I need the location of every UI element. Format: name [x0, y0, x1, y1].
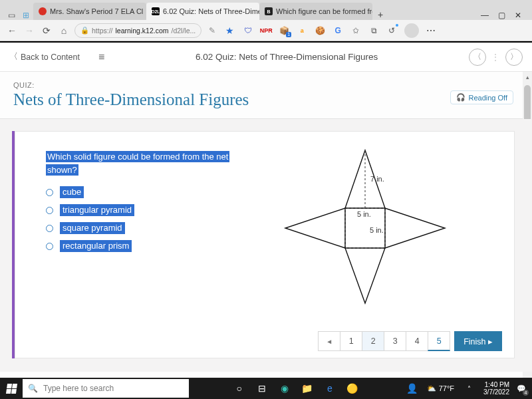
- content-title: Nets of Three-Dimensional Figures: [13, 90, 516, 109]
- task-view-icon[interactable]: ⊟: [253, 379, 271, 398]
- sync-icon[interactable]: ↺: [386, 25, 397, 36]
- browser-menu-button[interactable]: ⋯: [426, 25, 436, 36]
- option-square-pyramid[interactable]: square pyramid: [46, 222, 265, 234]
- cortana-icon[interactable]: ○: [230, 379, 249, 398]
- pager-prev-button[interactable]: ◄: [318, 331, 340, 351]
- edge-legacy-icon[interactable]: e: [321, 379, 339, 398]
- extension-amazon-icon[interactable]: a: [297, 25, 307, 36]
- next-page-button[interactable]: 〉: [505, 49, 523, 66]
- svg-text:7 in.: 7 in.: [370, 175, 384, 183]
- pager-page-3[interactable]: 3: [384, 331, 406, 351]
- edge-icon[interactable]: ◉: [275, 379, 294, 398]
- option-label: triangular pyramid: [60, 204, 134, 216]
- favicon-icon: [39, 7, 47, 15]
- svg-marker-3: [345, 248, 385, 303]
- tab-title: 6.02 Quiz: Nets of Three-Dimens: [163, 7, 259, 15]
- extension-package-icon[interactable]: 📦: [279, 25, 289, 36]
- option-label: square pyramid: [60, 222, 125, 234]
- option-label: cube: [60, 186, 84, 198]
- search-in-page-icon[interactable]: ✎: [205, 24, 219, 37]
- window-minimize-button[interactable]: —: [481, 11, 489, 20]
- profile-avatar[interactable]: [404, 23, 419, 38]
- hamburger-menu-icon[interactable]: ≡: [98, 51, 104, 63]
- refresh-button[interactable]: ⟳: [40, 24, 53, 37]
- quiz-pager: ◄ 1 2 3 4 5 Finish ▸: [318, 331, 502, 351]
- favicon-icon: B: [265, 7, 273, 15]
- search-placeholder: Type here to search: [43, 384, 114, 393]
- option-rectangular-prism[interactable]: rectangular prism: [46, 240, 265, 252]
- lock-icon: 🔒: [80, 26, 89, 35]
- quiz-card: Which solid figure could be formed from …: [15, 131, 515, 358]
- taskbar-search-input[interactable]: 🔍 Type here to search: [23, 379, 189, 398]
- extension-npr-icon[interactable]: NPR: [261, 25, 271, 36]
- tab-actions-icon[interactable]: ▭: [7, 11, 16, 20]
- tab-title: Which figure can be formed fro: [276, 7, 372, 15]
- tab-title: Mrs. Shaw's Period 7 ELA Cl: [50, 7, 143, 15]
- pager-page-2[interactable]: 2: [362, 331, 384, 351]
- favicon-icon: D2L: [152, 7, 160, 15]
- chevron-left-icon: 〈: [9, 51, 18, 63]
- back-button[interactable]: ←: [5, 24, 19, 37]
- prev-page-button[interactable]: 〈: [469, 49, 486, 66]
- favorites-button[interactable]: ✩: [350, 25, 361, 36]
- headphones-icon: 🎧: [456, 93, 466, 102]
- option-cube[interactable]: cube: [46, 186, 265, 198]
- svg-text:5 in.: 5 in.: [357, 210, 371, 218]
- search-icon: 🔍: [28, 384, 38, 393]
- vertical-tabs-icon[interactable]: ⊞: [21, 11, 31, 20]
- window-restore-button[interactable]: ▢: [498, 11, 505, 20]
- clock-time: 1:40 PM: [483, 381, 509, 388]
- notifications-icon[interactable]: 💬: [515, 382, 528, 395]
- svg-marker-4: [285, 208, 345, 248]
- extension-google-icon[interactable]: G: [332, 25, 343, 36]
- chrome-icon[interactable]: 🟡: [343, 379, 362, 398]
- page-header-title: 6.02 Quiz: Nets of Three-Dimensional Fig…: [104, 52, 469, 62]
- file-explorer-icon[interactable]: 📁: [298, 379, 317, 398]
- pager-page-4[interactable]: 4: [406, 331, 428, 351]
- collections-button[interactable]: ⧉: [368, 25, 379, 36]
- new-tab-button[interactable]: +: [372, 9, 388, 20]
- radio-button[interactable]: [46, 207, 53, 214]
- window-close-button[interactable]: ✕: [515, 11, 521, 20]
- option-triangular-pyramid[interactable]: triangular pyramid: [46, 204, 265, 216]
- favorite-star-icon[interactable]: ★: [223, 24, 236, 37]
- svg-text:5 in.: 5 in.: [370, 226, 384, 234]
- reading-label: Reading Off: [468, 94, 507, 102]
- people-icon[interactable]: 👤: [403, 379, 422, 398]
- tray-chevron-icon[interactable]: ˄: [460, 379, 478, 398]
- question-text: Which solid figure could be formed from …: [46, 150, 265, 177]
- finish-button[interactable]: Finish ▸: [454, 331, 502, 351]
- windows-logo-icon: [5, 384, 17, 394]
- url-prefix: https://: [92, 27, 113, 35]
- pager-page-5[interactable]: 5: [428, 331, 450, 351]
- content-subtitle: QUIZ:: [13, 81, 516, 89]
- forward-button[interactable]: →: [23, 24, 36, 37]
- extension-shield-icon[interactable]: 🛡: [243, 25, 253, 36]
- option-label: rectangular prism: [60, 240, 132, 252]
- browser-tab-2[interactable]: D2L 6.02 Quiz: Nets of Three-Dimens ✕: [146, 3, 259, 20]
- browser-tab-3[interactable]: B Which figure can be formed fro ✕: [259, 3, 372, 20]
- address-bar[interactable]: 🔒 https://learning.k12.com/d2l/le...: [74, 23, 201, 38]
- url-host: learning.k12.com: [116, 27, 169, 35]
- back-to-content-link[interactable]: 〈 Back to Content: [9, 51, 80, 63]
- home-button[interactable]: ⌂: [57, 24, 70, 37]
- weather-icon: ⛅: [427, 384, 436, 393]
- start-button[interactable]: [0, 378, 23, 399]
- weather-temp: 77°F: [439, 384, 454, 392]
- back-label: Back to Content: [21, 53, 80, 62]
- radio-button[interactable]: [46, 225, 53, 232]
- scroll-up-icon[interactable]: ▴: [524, 74, 531, 80]
- extension-cookie-icon[interactable]: 🍪: [315, 25, 325, 36]
- net-figure: 7 in. 5 in. 5 in.: [272, 150, 501, 303]
- weather-widget[interactable]: ⛅ 77°F: [427, 384, 454, 393]
- pager-page-1[interactable]: 1: [340, 331, 362, 351]
- reading-toggle[interactable]: 🎧 Reading Off: [450, 90, 513, 104]
- svg-marker-5: [385, 208, 445, 248]
- page-nav-dots: ⋮: [491, 53, 500, 62]
- radio-button[interactable]: [46, 189, 53, 196]
- url-path: /d2l/le...: [171, 27, 196, 35]
- browser-tab-1[interactable]: Mrs. Shaw's Period 7 ELA Cl ✕: [33, 3, 146, 20]
- clock-date: 3/7/2022: [483, 388, 509, 396]
- radio-button[interactable]: [46, 243, 53, 250]
- system-clock[interactable]: 1:40 PM 3/7/2022: [483, 381, 509, 396]
